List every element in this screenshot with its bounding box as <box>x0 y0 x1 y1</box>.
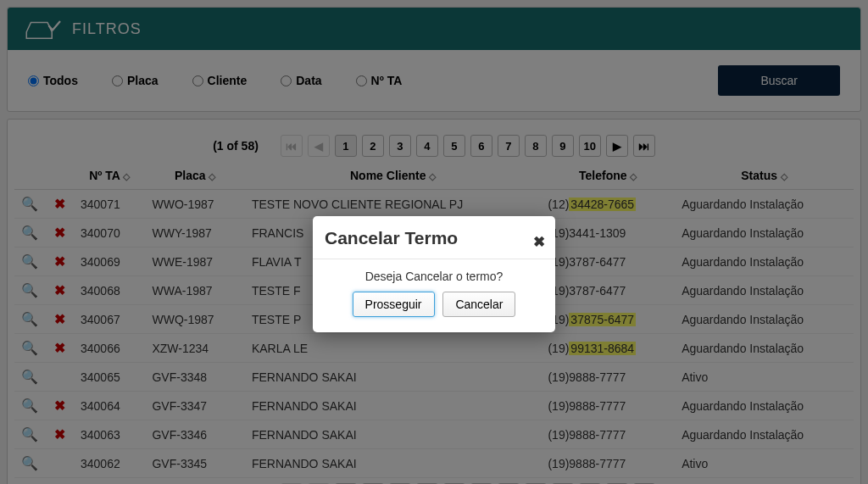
modal-body: Deseja Cancelar o termo? Prosseguir Canc… <box>313 259 555 332</box>
modal-message: Deseja Cancelar o termo? <box>328 270 540 283</box>
modal-title: Cancelar Termo <box>325 228 543 248</box>
proceed-button[interactable]: Prosseguir <box>353 292 435 317</box>
cancel-button[interactable]: Cancelar <box>442 292 515 317</box>
close-icon[interactable]: ✖ <box>533 233 545 251</box>
cancel-modal: Cancelar Termo ✖ Deseja Cancelar o termo… <box>313 216 555 332</box>
modal-header: Cancelar Termo ✖ <box>313 216 555 259</box>
